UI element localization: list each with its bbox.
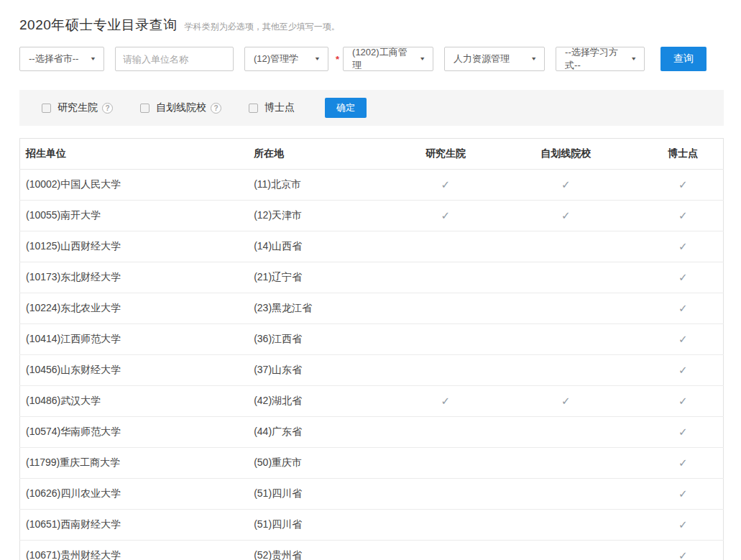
doctoral-cell: ✓: [643, 293, 724, 324]
table-row: (10002)中国人民大学(11)北京市✓✓✓: [20, 170, 724, 201]
table-row: (10125)山西财经大学(14)山西省✓: [20, 231, 724, 262]
check-icon: ✓: [678, 395, 688, 407]
check-icon: ✓: [678, 518, 688, 531]
doctoral-label[interactable]: 博士点: [264, 101, 295, 114]
grad-school-cell: [402, 541, 489, 560]
check-icon: ✓: [441, 209, 451, 221]
location-cell: (52)贵州省: [248, 541, 402, 560]
chevron-down-icon: ▼: [630, 56, 637, 62]
header-doctoral: 博士点: [643, 139, 724, 170]
self-line-cell: [489, 541, 643, 560]
help-icon[interactable]: ?: [102, 103, 113, 114]
province-select-value: --选择省市--: [29, 52, 78, 65]
grad-school-option: 研究生院 ?: [42, 101, 113, 114]
check-icon: ✓: [561, 209, 571, 221]
location-cell: (36)江西省: [248, 324, 402, 355]
header-location: 所在地: [248, 139, 402, 170]
header-unit: 招生单位: [20, 139, 249, 170]
doctoral-cell: ✓: [643, 510, 724, 541]
check-icon: ✓: [678, 487, 688, 500]
grad-school-label[interactable]: 研究生院: [57, 101, 98, 114]
location-cell: (12)天津市: [248, 201, 402, 231]
unit-cell: (10002)中国人民大学: [20, 170, 249, 201]
table-row: (10651)西南财经大学(51)四川省✓: [20, 510, 724, 541]
grad-school-cell: [402, 355, 489, 386]
self-line-cell: [489, 417, 643, 448]
check-icon: ✓: [561, 178, 571, 191]
location-cell: (23)黑龙江省: [248, 293, 402, 324]
unit-cell: (10224)东北农业大学: [20, 293, 249, 324]
confirm-button[interactable]: 确定: [325, 98, 367, 118]
discipline-select-value: (12)管理学: [254, 52, 298, 65]
options-bar: 研究生院 ? 自划线院校 ? 博士点 确定: [19, 90, 724, 126]
chevron-down-icon: ▼: [90, 56, 96, 62]
results-table-body: (10002)中国人民大学(11)北京市✓✓✓(10055)南开大学(12)天津…: [20, 170, 724, 560]
major-select-value: 人力资源管理: [454, 52, 510, 65]
check-icon: ✓: [561, 395, 571, 407]
doctoral-cell: ✓: [643, 324, 724, 355]
unit-name-input[interactable]: [115, 47, 234, 71]
results-table-head: 招生单位 所在地 研究生院 自划线院校 博士点: [20, 139, 724, 170]
unit-cell: (10626)四川农业大学: [20, 479, 249, 510]
self-line-checkbox[interactable]: [140, 104, 149, 113]
header-grad-school: 研究生院: [402, 139, 489, 170]
self-line-cell: [489, 448, 643, 479]
table-row: (10224)东北农业大学(23)黑龙江省✓: [20, 293, 724, 324]
table-row: (11799)重庆工商大学(50)重庆市✓: [20, 448, 724, 479]
doctoral-checkbox[interactable]: [249, 104, 258, 113]
doctoral-cell: ✓: [643, 448, 724, 479]
major-select[interactable]: 人力资源管理 ▼: [444, 47, 545, 71]
table-row: (10626)四川农业大学(51)四川省✓: [20, 479, 724, 510]
self-line-cell: ✓: [489, 170, 643, 201]
required-asterisk: *: [336, 54, 339, 65]
unit-cell: (11799)重庆工商大学: [20, 448, 249, 479]
unit-cell: (10414)江西师范大学: [20, 324, 249, 355]
table-row: (10173)东北财经大学(21)辽宁省✓: [20, 262, 724, 293]
check-icon: ✓: [678, 426, 688, 438]
doctoral-cell: ✓: [643, 417, 724, 448]
unit-cell: (10125)山西财经大学: [20, 231, 249, 262]
check-icon: ✓: [678, 549, 688, 560]
doctoral-cell: ✓: [643, 170, 724, 201]
category-select[interactable]: (1202)工商管理 ▼: [343, 47, 433, 71]
grad-school-cell: ✓: [402, 170, 489, 201]
unit-cell: (10456)山东财经大学: [20, 355, 249, 386]
location-cell: (42)湖北省: [248, 386, 402, 417]
unit-cell: (10574)华南师范大学: [20, 417, 249, 448]
grad-school-cell: [402, 448, 489, 479]
study-mode-select-value: --选择学习方式--: [565, 46, 625, 72]
province-select[interactable]: --选择省市-- ▼: [19, 47, 104, 71]
self-line-label[interactable]: 自划线院校: [156, 101, 206, 114]
location-cell: (50)重庆市: [248, 448, 402, 479]
self-line-option: 自划线院校 ?: [140, 101, 221, 114]
location-cell: (14)山西省: [248, 231, 402, 262]
grad-school-cell: ✓: [402, 201, 489, 231]
unit-cell: (10173)东北财经大学: [20, 262, 249, 293]
location-cell: (11)北京市: [248, 170, 402, 201]
page-header: 2020年硕士专业目录查询 学科类别为必选项，其他至少填写一项。: [19, 16, 724, 35]
page-title: 2020年硕士专业目录查询: [19, 16, 178, 35]
doctoral-cell: ✓: [643, 386, 724, 417]
doctoral-cell: ✓: [643, 541, 724, 560]
help-icon[interactable]: ?: [211, 103, 221, 114]
grad-school-cell: [402, 262, 489, 293]
unit-cell: (10651)西南财经大学: [20, 510, 249, 541]
self-line-cell: [489, 293, 643, 324]
header-self-line: 自划线院校: [489, 139, 643, 170]
page-subtitle: 学科类别为必选项，其他至少填写一项。: [185, 21, 340, 33]
unit-cell: (10486)武汉大学: [20, 386, 249, 417]
grad-school-cell: [402, 324, 489, 355]
table-row: (10486)武汉大学(42)湖北省✓✓✓: [20, 386, 724, 417]
chevron-down-icon: ▼: [314, 56, 321, 62]
study-mode-select[interactable]: --选择学习方式-- ▼: [556, 47, 645, 71]
doctoral-option: 博士点: [249, 101, 295, 114]
check-icon: ✓: [678, 302, 688, 314]
grad-school-cell: [402, 479, 489, 510]
table-row: (10055)南开大学(12)天津市✓✓✓: [20, 201, 724, 231]
search-button[interactable]: 查询: [661, 47, 707, 71]
grad-school-cell: ✓: [402, 386, 489, 417]
discipline-select[interactable]: (12)管理学 ▼: [244, 47, 328, 71]
table-header-row: 招生单位 所在地 研究生院 自划线院校 博士点: [20, 139, 724, 170]
grad-school-checkbox[interactable]: [42, 104, 51, 113]
check-icon: ✓: [678, 178, 688, 191]
